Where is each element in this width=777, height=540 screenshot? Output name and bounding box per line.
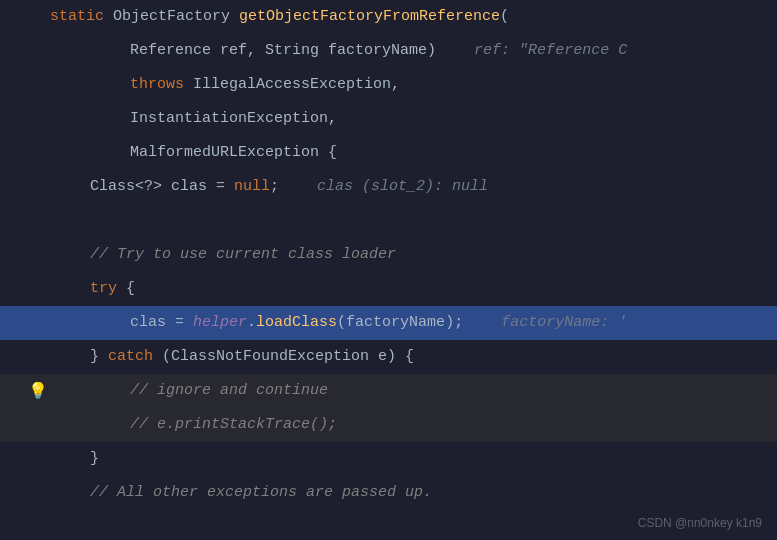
token-comment: // Try to use current class loader — [90, 246, 396, 263]
line-content: InstantiationException, — [130, 102, 337, 136]
token-comment: // ignore and continue — [130, 382, 328, 399]
token-punc: . — [247, 314, 256, 331]
code-line: InstantiationException, — [0, 102, 777, 136]
code-line: // e.printStackTrace(); — [0, 408, 777, 442]
token-var: factoryName — [346, 314, 445, 331]
token-comment: // e.printStackTrace(); — [130, 416, 337, 433]
token-var: ref — [220, 42, 247, 59]
code-line: throws IllegalAccessException, — [0, 68, 777, 102]
token-exception: IllegalAccessException — [193, 76, 391, 93]
token-punc: = — [175, 314, 193, 331]
line-content: // Try to use current class loader — [90, 238, 396, 272]
token-punc: , — [328, 110, 337, 127]
token-exception: ClassNotFoundException — [171, 348, 378, 365]
code-line: } catch (ClassNotFoundException e) { — [0, 340, 777, 374]
token-kw: catch — [108, 348, 162, 365]
token-exception: MalformedURLException — [130, 144, 319, 161]
token-class-name: Reference — [130, 42, 220, 59]
token-punc: , — [247, 42, 265, 59]
code-line: } — [0, 442, 777, 476]
code-line: try { — [0, 272, 777, 306]
line-content: MalformedURLException { — [130, 136, 337, 170]
line-content: } — [90, 442, 99, 476]
line-content: Class<?> clas = null; clas (slot_2): nul… — [90, 170, 488, 204]
watermark: CSDN @nn0nkey k1n9 — [638, 516, 762, 530]
code-line: 💡// ignore and continue — [0, 374, 777, 408]
code-line: MalformedURLException { — [0, 136, 777, 170]
code-line: // Try to use current class loader — [0, 238, 777, 272]
token-punc: ); — [445, 314, 463, 331]
token-punc: ) { — [387, 348, 414, 365]
token-punc: ( — [500, 8, 509, 25]
token-method: getObjectFactoryFromReference — [239, 8, 500, 25]
inline-hint: clas (slot_2): null — [299, 178, 488, 195]
code-line: // All other exceptions are passed up. — [0, 476, 777, 510]
token-punc: } — [90, 348, 108, 365]
bulb-icon[interactable]: 💡 — [28, 381, 48, 401]
token-punc: ; — [270, 178, 279, 195]
line-content: Reference ref, String factoryName) ref: … — [130, 34, 627, 68]
line-content: try { — [90, 272, 135, 306]
token-punc: { — [319, 144, 337, 161]
inline-hint: ref: "Reference C — [456, 42, 627, 59]
token-kw: throws — [130, 76, 193, 93]
token-exception: InstantiationException — [130, 110, 328, 127]
token-kw: static — [50, 8, 113, 25]
line-content: // e.printStackTrace(); — [130, 408, 337, 442]
token-null-val: null — [234, 178, 270, 195]
token-class-name: Class — [90, 178, 135, 195]
token-obj: helper — [193, 314, 247, 331]
token-punc: ( — [162, 348, 171, 365]
inline-hint: factoryName: ' — [483, 314, 627, 331]
token-var: clas — [162, 178, 216, 195]
line-content: static ObjectFactory getObjectFactoryFro… — [50, 0, 509, 34]
token-kw: try — [90, 280, 126, 297]
token-punc: <?> — [135, 178, 162, 195]
token-punc: ( — [337, 314, 346, 331]
token-comment: // All other exceptions are passed up. — [90, 484, 432, 501]
line-content: throws IllegalAccessException, — [130, 68, 400, 102]
token-var: clas — [130, 314, 175, 331]
token-var: factoryName — [328, 42, 427, 59]
token-punc: , — [391, 76, 400, 93]
code-line: static ObjectFactory getObjectFactoryFro… — [0, 0, 777, 34]
line-content: clas = helper.loadClass(factoryName); fa… — [130, 306, 627, 340]
token-var: e — [378, 348, 387, 365]
token-method-call: loadClass — [256, 314, 337, 331]
code-line: Class<?> clas = null; clas (slot_2): nul… — [0, 170, 777, 204]
token-punc: } — [90, 450, 99, 467]
code-line — [0, 204, 777, 238]
token-punc: { — [126, 280, 135, 297]
token-punc: = — [216, 178, 234, 195]
token-punc: ) — [427, 42, 436, 59]
line-content: // ignore and continue — [130, 374, 328, 408]
token-class-name: String — [265, 42, 328, 59]
line-content: } catch (ClassNotFoundException e) { — [90, 340, 414, 374]
line-content: // All other exceptions are passed up. — [90, 476, 432, 510]
code-line: Reference ref, String factoryName) ref: … — [0, 34, 777, 68]
code-editor: static ObjectFactory getObjectFactoryFro… — [0, 0, 777, 540]
token-class-name: ObjectFactory — [113, 8, 239, 25]
code-line: clas = helper.loadClass(factoryName); fa… — [0, 306, 777, 340]
